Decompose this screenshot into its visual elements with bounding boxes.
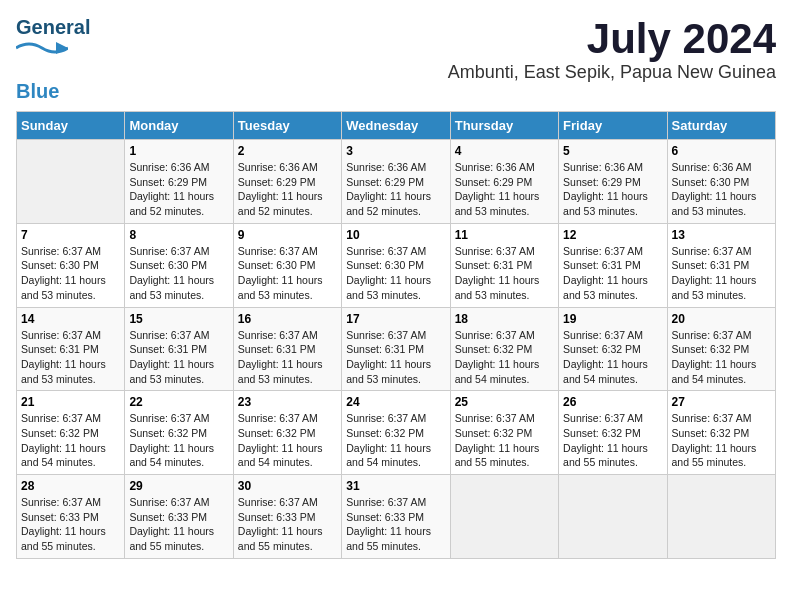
calendar-header-row: SundayMondayTuesdayWednesdayThursdayFrid… (17, 112, 776, 140)
column-header-monday: Monday (125, 112, 233, 140)
day-info: Sunrise: 6:37 AMSunset: 6:32 PMDaylight:… (455, 328, 554, 387)
calendar-cell (17, 140, 125, 224)
column-header-thursday: Thursday (450, 112, 558, 140)
calendar-cell: 27Sunrise: 6:37 AMSunset: 6:32 PMDayligh… (667, 391, 775, 475)
calendar-week-row: 28Sunrise: 6:37 AMSunset: 6:33 PMDayligh… (17, 475, 776, 559)
calendar-cell (667, 475, 775, 559)
location-title: Ambunti, East Sepik, Papua New Guinea (448, 62, 776, 83)
column-header-sunday: Sunday (17, 112, 125, 140)
day-info: Sunrise: 6:37 AMSunset: 6:32 PMDaylight:… (238, 411, 337, 470)
day-info: Sunrise: 6:37 AMSunset: 6:33 PMDaylight:… (129, 495, 228, 554)
day-info: Sunrise: 6:36 AMSunset: 6:29 PMDaylight:… (129, 160, 228, 219)
day-info: Sunrise: 6:37 AMSunset: 6:32 PMDaylight:… (346, 411, 445, 470)
calendar-cell: 19Sunrise: 6:37 AMSunset: 6:32 PMDayligh… (559, 307, 667, 391)
calendar-cell: 15Sunrise: 6:37 AMSunset: 6:31 PMDayligh… (125, 307, 233, 391)
logo-wave-icon (16, 38, 68, 58)
day-number: 8 (129, 228, 228, 242)
calendar-cell: 17Sunrise: 6:37 AMSunset: 6:31 PMDayligh… (342, 307, 450, 391)
calendar-cell: 11Sunrise: 6:37 AMSunset: 6:31 PMDayligh… (450, 223, 558, 307)
day-info: Sunrise: 6:37 AMSunset: 6:32 PMDaylight:… (563, 328, 662, 387)
day-number: 9 (238, 228, 337, 242)
calendar-cell: 20Sunrise: 6:37 AMSunset: 6:32 PMDayligh… (667, 307, 775, 391)
calendar-week-row: 7Sunrise: 6:37 AMSunset: 6:30 PMDaylight… (17, 223, 776, 307)
calendar-cell: 3Sunrise: 6:36 AMSunset: 6:29 PMDaylight… (342, 140, 450, 224)
day-info: Sunrise: 6:37 AMSunset: 6:32 PMDaylight:… (129, 411, 228, 470)
calendar-cell: 21Sunrise: 6:37 AMSunset: 6:32 PMDayligh… (17, 391, 125, 475)
day-info: Sunrise: 6:36 AMSunset: 6:30 PMDaylight:… (672, 160, 771, 219)
calendar-cell: 25Sunrise: 6:37 AMSunset: 6:32 PMDayligh… (450, 391, 558, 475)
column-header-friday: Friday (559, 112, 667, 140)
day-number: 20 (672, 312, 771, 326)
day-number: 29 (129, 479, 228, 493)
calendar-cell (450, 475, 558, 559)
day-number: 13 (672, 228, 771, 242)
day-number: 24 (346, 395, 445, 409)
day-number: 22 (129, 395, 228, 409)
calendar-week-row: 14Sunrise: 6:37 AMSunset: 6:31 PMDayligh… (17, 307, 776, 391)
day-number: 3 (346, 144, 445, 158)
logo-general: General (16, 16, 90, 39)
day-info: Sunrise: 6:37 AMSunset: 6:31 PMDaylight:… (346, 328, 445, 387)
calendar-table: SundayMondayTuesdayWednesdayThursdayFrid… (16, 111, 776, 559)
calendar-cell: 16Sunrise: 6:37 AMSunset: 6:31 PMDayligh… (233, 307, 341, 391)
calendar-cell: 8Sunrise: 6:37 AMSunset: 6:30 PMDaylight… (125, 223, 233, 307)
calendar-cell: 28Sunrise: 6:37 AMSunset: 6:33 PMDayligh… (17, 475, 125, 559)
day-info: Sunrise: 6:37 AMSunset: 6:31 PMDaylight:… (672, 244, 771, 303)
day-number: 12 (563, 228, 662, 242)
day-info: Sunrise: 6:37 AMSunset: 6:31 PMDaylight:… (238, 328, 337, 387)
day-info: Sunrise: 6:37 AMSunset: 6:33 PMDaylight:… (21, 495, 120, 554)
day-info: Sunrise: 6:36 AMSunset: 6:29 PMDaylight:… (346, 160, 445, 219)
day-number: 25 (455, 395, 554, 409)
day-info: Sunrise: 6:37 AMSunset: 6:30 PMDaylight:… (238, 244, 337, 303)
day-info: Sunrise: 6:37 AMSunset: 6:30 PMDaylight:… (21, 244, 120, 303)
day-number: 7 (21, 228, 120, 242)
calendar-cell: 9Sunrise: 6:37 AMSunset: 6:30 PMDaylight… (233, 223, 341, 307)
calendar-cell: 7Sunrise: 6:37 AMSunset: 6:30 PMDaylight… (17, 223, 125, 307)
day-info: Sunrise: 6:37 AMSunset: 6:31 PMDaylight:… (21, 328, 120, 387)
logo-blue: Blue (16, 80, 59, 103)
month-title: July 2024 (448, 16, 776, 62)
day-number: 11 (455, 228, 554, 242)
day-info: Sunrise: 6:37 AMSunset: 6:32 PMDaylight:… (672, 411, 771, 470)
day-number: 5 (563, 144, 662, 158)
day-number: 14 (21, 312, 120, 326)
calendar-cell: 23Sunrise: 6:37 AMSunset: 6:32 PMDayligh… (233, 391, 341, 475)
day-number: 17 (346, 312, 445, 326)
day-info: Sunrise: 6:37 AMSunset: 6:33 PMDaylight:… (346, 495, 445, 554)
day-info: Sunrise: 6:37 AMSunset: 6:33 PMDaylight:… (238, 495, 337, 554)
day-number: 27 (672, 395, 771, 409)
day-info: Sunrise: 6:37 AMSunset: 6:31 PMDaylight:… (455, 244, 554, 303)
day-info: Sunrise: 6:37 AMSunset: 6:31 PMDaylight:… (129, 328, 228, 387)
day-number: 2 (238, 144, 337, 158)
day-number: 30 (238, 479, 337, 493)
calendar-cell: 18Sunrise: 6:37 AMSunset: 6:32 PMDayligh… (450, 307, 558, 391)
calendar-cell: 30Sunrise: 6:37 AMSunset: 6:33 PMDayligh… (233, 475, 341, 559)
day-number: 21 (21, 395, 120, 409)
calendar-cell: 10Sunrise: 6:37 AMSunset: 6:30 PMDayligh… (342, 223, 450, 307)
calendar-week-row: 1Sunrise: 6:36 AMSunset: 6:29 PMDaylight… (17, 140, 776, 224)
day-number: 23 (238, 395, 337, 409)
calendar-cell: 12Sunrise: 6:37 AMSunset: 6:31 PMDayligh… (559, 223, 667, 307)
calendar-cell: 14Sunrise: 6:37 AMSunset: 6:31 PMDayligh… (17, 307, 125, 391)
day-info: Sunrise: 6:37 AMSunset: 6:31 PMDaylight:… (563, 244, 662, 303)
calendar-cell: 24Sunrise: 6:37 AMSunset: 6:32 PMDayligh… (342, 391, 450, 475)
day-info: Sunrise: 6:36 AMSunset: 6:29 PMDaylight:… (238, 160, 337, 219)
calendar-cell: 31Sunrise: 6:37 AMSunset: 6:33 PMDayligh… (342, 475, 450, 559)
column-header-saturday: Saturday (667, 112, 775, 140)
day-info: Sunrise: 6:36 AMSunset: 6:29 PMDaylight:… (455, 160, 554, 219)
day-number: 10 (346, 228, 445, 242)
page-header: General Blue July 2024 Ambunti, East Sep… (16, 16, 776, 103)
calendar-cell: 29Sunrise: 6:37 AMSunset: 6:33 PMDayligh… (125, 475, 233, 559)
calendar-cell: 2Sunrise: 6:36 AMSunset: 6:29 PMDaylight… (233, 140, 341, 224)
day-info: Sunrise: 6:37 AMSunset: 6:30 PMDaylight:… (346, 244, 445, 303)
title-block: July 2024 Ambunti, East Sepik, Papua New… (448, 16, 776, 83)
calendar-cell: 22Sunrise: 6:37 AMSunset: 6:32 PMDayligh… (125, 391, 233, 475)
calendar-cell: 6Sunrise: 6:36 AMSunset: 6:30 PMDaylight… (667, 140, 775, 224)
day-number: 15 (129, 312, 228, 326)
calendar-cell: 1Sunrise: 6:36 AMSunset: 6:29 PMDaylight… (125, 140, 233, 224)
calendar-cell: 5Sunrise: 6:36 AMSunset: 6:29 PMDaylight… (559, 140, 667, 224)
day-info: Sunrise: 6:37 AMSunset: 6:32 PMDaylight:… (563, 411, 662, 470)
day-info: Sunrise: 6:37 AMSunset: 6:30 PMDaylight:… (129, 244, 228, 303)
day-number: 26 (563, 395, 662, 409)
day-number: 28 (21, 479, 120, 493)
